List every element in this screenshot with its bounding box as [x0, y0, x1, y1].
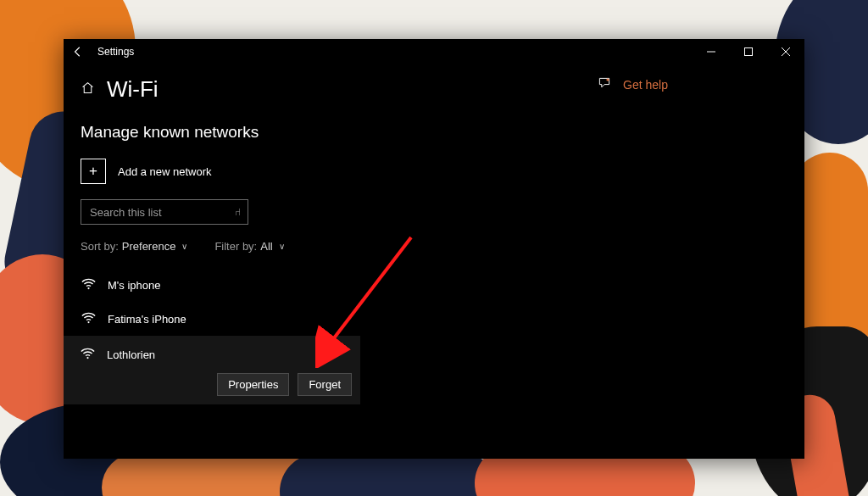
forget-button[interactable]: Forget	[298, 373, 352, 396]
network-name: Fatima's iPhone	[108, 313, 186, 326]
chevron-down-icon: ∨	[181, 242, 187, 251]
page-header: Wi-Fi	[81, 76, 445, 103]
minimize-button[interactable]	[693, 39, 730, 64]
maximize-button[interactable]	[730, 39, 767, 64]
filter-by-value: All	[260, 240, 272, 253]
svg-rect-0	[745, 48, 753, 56]
section-title: Manage known networks	[81, 123, 445, 142]
get-help-link[interactable]: Get help	[598, 76, 668, 93]
properties-button[interactable]: Properties	[217, 373, 289, 396]
page-title: Wi-Fi	[107, 76, 159, 103]
sort-by-dropdown[interactable]: Sort by: Preference ∨	[81, 240, 187, 253]
network-name: M's iphone	[108, 279, 160, 292]
filter-by-label: Filter by:	[214, 240, 257, 253]
titlebar: Settings	[64, 39, 804, 64]
svg-point-3	[86, 356, 88, 358]
sort-by-label: Sort by:	[81, 240, 119, 253]
search-input-wrapper[interactable]: ⑁	[81, 199, 248, 225]
wifi-icon	[81, 278, 96, 293]
add-network-label: Add a new network	[118, 165, 212, 178]
network-item-selected[interactable]: Lothlorien Properties Forget	[64, 336, 360, 404]
window-title: Settings	[92, 46, 134, 58]
back-button[interactable]	[64, 39, 92, 64]
wifi-icon	[81, 312, 96, 326]
get-help-label: Get help	[623, 78, 668, 92]
svg-point-2	[87, 320, 89, 322]
chat-help-icon	[598, 76, 611, 93]
filter-by-dropdown[interactable]: Filter by: All ∨	[214, 240, 284, 253]
svg-point-1	[87, 287, 89, 288]
svg-point-4	[606, 78, 609, 81]
close-button[interactable]	[767, 39, 804, 64]
plus-icon: +	[81, 159, 106, 184]
chevron-down-icon: ∨	[279, 242, 285, 251]
network-item[interactable]: Fatima's iPhone	[81, 302, 445, 336]
search-input[interactable]	[88, 205, 219, 220]
home-icon[interactable]	[81, 81, 95, 98]
settings-window: Settings Wi-Fi Manage known networks + A…	[64, 39, 804, 459]
add-network-button[interactable]: + Add a new network	[81, 159, 445, 184]
network-item[interactable]: M's iphone	[81, 268, 445, 302]
wifi-icon	[81, 348, 95, 362]
sort-by-value: Preference	[122, 240, 176, 253]
network-name: Lothlorien	[107, 348, 155, 361]
search-icon: ⑁	[235, 206, 241, 218]
